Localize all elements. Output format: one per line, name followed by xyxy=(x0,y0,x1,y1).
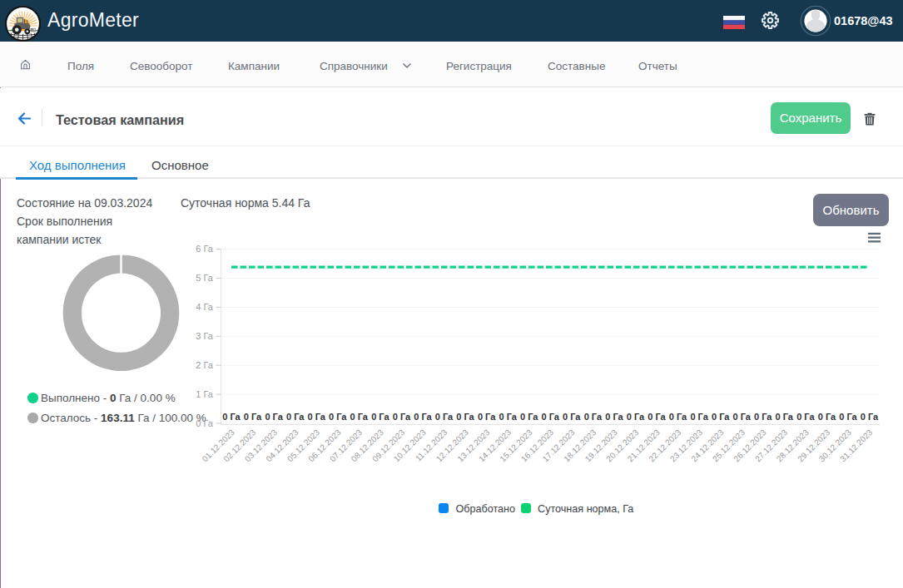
svg-text:0 Га: 0 Га xyxy=(839,412,857,422)
svg-text:0 Га: 0 Га xyxy=(754,412,772,422)
svg-text:0 Га: 0 Га xyxy=(520,412,538,422)
svg-text:0 Га: 0 Га xyxy=(690,412,708,422)
svg-text:0 Га: 0 Га xyxy=(244,412,262,422)
svg-text:0 Га: 0 Га xyxy=(393,412,411,422)
svg-text:0 Га: 0 Га xyxy=(286,412,305,422)
svg-text:0 Га: 0 Га xyxy=(627,412,645,422)
svg-text:0 Га: 0 Га xyxy=(605,412,623,422)
svg-text:0 Га: 0 Га xyxy=(414,412,432,422)
svg-text:2 Га: 2 Га xyxy=(196,360,214,370)
svg-text:0 Га: 0 Га xyxy=(222,412,241,422)
svg-text:0 Га: 0 Га xyxy=(733,412,752,422)
svg-text:4 Га: 4 Га xyxy=(196,302,214,312)
svg-text:0 Га: 0 Га xyxy=(776,412,794,422)
svg-text:0 Га: 0 Га xyxy=(796,412,815,422)
svg-text:3 Га: 3 Га xyxy=(196,331,214,341)
svg-text:0 Га: 0 Га xyxy=(669,412,687,422)
svg-text:0 Га: 0 Га xyxy=(818,412,836,422)
svg-text:0 Га: 0 Га xyxy=(861,412,879,422)
svg-text:5 Га: 5 Га xyxy=(196,273,214,283)
svg-text:0 Га: 0 Га xyxy=(435,412,454,422)
svg-text:0 Га: 0 Га xyxy=(308,412,326,422)
svg-text:1 Га: 1 Га xyxy=(196,389,214,399)
svg-text:0 Га: 0 Га xyxy=(265,412,283,422)
svg-text:0 Га: 0 Га xyxy=(371,412,389,422)
svg-text:0 Га: 0 Га xyxy=(647,412,666,422)
svg-text:0 Га: 0 Га xyxy=(478,412,496,422)
svg-text:0 Га: 0 Га xyxy=(499,412,517,422)
svg-text:0 Га: 0 Га xyxy=(712,412,730,422)
svg-text:0 Га: 0 Га xyxy=(584,412,603,422)
svg-text:0 Га: 0 Га xyxy=(329,412,347,422)
svg-text:6 Га: 6 Га xyxy=(196,244,214,254)
svg-text:0 Га: 0 Га xyxy=(456,412,474,422)
svg-text:0 Га: 0 Га xyxy=(563,412,581,422)
svg-text:0 Га: 0 Га xyxy=(542,412,560,422)
svg-text:0 Га: 0 Га xyxy=(350,412,369,422)
svg-text:0 Га: 0 Га xyxy=(196,418,214,428)
